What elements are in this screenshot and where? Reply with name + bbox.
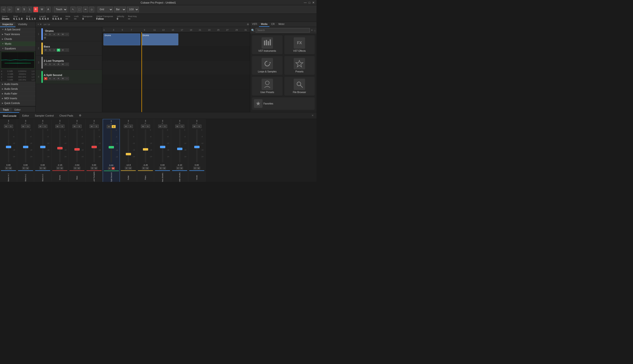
ch-w-btn-guitar[interactable]: W (128, 167, 132, 170)
redo-btn[interactable]: ▷ (7, 7, 12, 12)
ch-m-btn-vocals[interactable]: M (192, 125, 197, 128)
ch-w-btn-lost-trumpets[interactable]: W (94, 167, 98, 170)
search-clear-btn[interactable]: ✕ (311, 29, 313, 32)
tab-sampler[interactable]: Sampler Control (32, 112, 56, 119)
touch-mode-select[interactable]: Touch Latch Write Read (54, 7, 67, 12)
ch-r-btn-mono-in-1[interactable]: R (22, 167, 26, 170)
ch-s-btn-vocals[interactable]: S (197, 125, 201, 128)
track-edit-btn-4[interactable]: e (52, 77, 56, 80)
section-quick-controls-header[interactable]: ▶ Quick Controls (0, 101, 36, 106)
track-edit-btn-2[interactable]: e (52, 48, 56, 52)
section-audio-fader-header[interactable]: ▶ Audio Fader (0, 92, 36, 96)
ch-s-btn-stereo-in-1[interactable]: S (9, 125, 13, 128)
fader-knob-mono-in-2[interactable] (40, 146, 45, 148)
editor-tab-left[interactable]: Editor (12, 108, 24, 112)
ch-r-btn-stereo-in-1[interactable]: R (5, 167, 8, 170)
media-item-file-browser[interactable]: File Browser (284, 77, 315, 96)
clip-drums-1[interactable]: Drums (103, 34, 140, 45)
fader-knob-bass-audio[interactable] (160, 146, 165, 148)
tab-settings-btn[interactable]: ⚙ (76, 112, 84, 119)
tab-vsti[interactable]: VSTi (250, 22, 259, 27)
ch-r-btn-piano[interactable]: R (142, 167, 145, 170)
inspector-tab[interactable]: Inspector (0, 22, 16, 27)
track-edit-btn-3[interactable]: e (52, 63, 56, 66)
ch-r-btn-drums[interactable]: R (56, 167, 60, 170)
w-btn[interactable]: W (39, 7, 45, 12)
track-read-btn-2[interactable]: R (57, 48, 60, 52)
media-search-input[interactable] (256, 28, 310, 32)
mode-l-btn[interactable]: L (28, 7, 32, 12)
maximize-btn[interactable]: □ (309, 1, 310, 4)
tab-mixconsole[interactable]: MixConsole (0, 112, 19, 119)
section-equalizers-header[interactable]: ▼ Equalizers (0, 46, 36, 51)
section-audio-inserts-header[interactable]: ▶ Audio Inserts (0, 82, 36, 86)
bar-select[interactable]: Bar Beat (114, 7, 126, 12)
fader-knob-vocals[interactable] (194, 146, 199, 148)
ch-w-btn-piano[interactable]: W (145, 167, 149, 170)
tab-editor[interactable]: Editor (19, 112, 32, 119)
ch-r-btn-vocals[interactable]: R (193, 167, 197, 170)
ch-s-btn-mono-in-1[interactable]: S (26, 125, 30, 128)
ch-s-btn-drums[interactable]: S (60, 125, 64, 128)
ch-s-btn-guitar-audio[interactable]: S (180, 125, 184, 128)
track-read-btn-4[interactable]: R (57, 77, 60, 80)
track-solo-btn-1[interactable]: S (48, 33, 52, 36)
media-item-loops[interactable]: Loops & Samples (252, 56, 283, 75)
tool-pointer[interactable]: ↖ (70, 7, 76, 12)
clip-drums-2[interactable]: Drums (141, 34, 178, 45)
tab-media[interactable]: Media (259, 22, 269, 27)
media-item-vst-effects[interactable]: FX VST Effects (284, 36, 315, 54)
track-write-btn-3[interactable]: W (61, 63, 65, 66)
fader-knob-piano[interactable] (143, 148, 148, 150)
fader-knob-lost-trumpets[interactable] (92, 146, 97, 148)
close-btn[interactable]: ✕ (312, 1, 315, 4)
track-record-btn-4[interactable]: ● (44, 77, 48, 80)
tab-cr[interactable]: CR (269, 22, 277, 27)
tab-close-btn[interactable]: ✕ (309, 112, 316, 119)
ch-m-btn-bass[interactable]: M (73, 125, 77, 128)
ch-s-btn-bass[interactable]: S (77, 125, 82, 128)
ch-w-btn-a-split-second[interactable]: W (112, 167, 115, 170)
section-mystic-header[interactable]: ▼ Mystic (0, 42, 36, 46)
section-midi-inserts-header[interactable]: ▶ MIDI Inserts (0, 96, 36, 101)
track-more-btn-1[interactable]: ⋯ (65, 33, 69, 36)
ch-r-btn-bass-audio[interactable]: R (159, 167, 162, 170)
ch-s-btn-guitar[interactable]: S (129, 125, 133, 128)
section-split-second-header[interactable]: ▼ A Split Second (0, 27, 36, 32)
ch-m-btn-guitar-audio[interactable]: M (175, 125, 179, 128)
track-tab[interactable]: Track (0, 108, 12, 112)
quantize-select[interactable]: 1/16 1/8 1/4 (127, 7, 139, 12)
tool-range[interactable]: ⬚ (77, 7, 82, 12)
ch-s-btn-bass-audio[interactable]: S (163, 125, 167, 128)
ch-m-btn-stereo-in-1[interactable]: M (4, 125, 8, 128)
track-more-btn-4[interactable]: ⋯ (65, 77, 69, 80)
track-edit-btn-1[interactable]: e (52, 33, 56, 36)
track-mute-btn-2[interactable]: M (44, 48, 48, 52)
ch-w-btn-bass-audio[interactable]: W (163, 167, 166, 170)
media-item-vst-instruments[interactable]: VST Instruments (252, 36, 283, 54)
track-mute-btn-1[interactable]: M (44, 33, 48, 36)
ch-r-btn-a-split-second[interactable]: R (108, 167, 111, 170)
a-btn[interactable]: A (46, 7, 51, 12)
minimize-btn[interactable]: — (304, 1, 307, 4)
ch-r-btn-bass[interactable]: R (74, 167, 77, 170)
track-write-btn-1[interactable]: W (61, 33, 65, 36)
section-track-versions-header[interactable]: ▶ Track Versions (0, 32, 36, 36)
track-more-btn-3[interactable]: ⋯ (65, 63, 69, 66)
tool-eraser[interactable]: ◇ (89, 7, 94, 12)
track-solo-btn-2[interactable]: S (48, 48, 52, 52)
ch-m-btn-piano[interactable]: M (141, 125, 145, 128)
tab-meter[interactable]: Meter (277, 22, 287, 27)
home-btn[interactable]: ⌂ (314, 29, 316, 32)
mode-m-btn[interactable]: M (16, 7, 21, 12)
ch-s-btn-mono-in-2[interactable]: S (43, 125, 47, 128)
ch-s-btn-piano[interactable]: S (146, 125, 150, 128)
ch-s-btn-lost-trumpets[interactable]: S (94, 125, 99, 128)
fader-knob-guitar[interactable] (126, 153, 131, 155)
visibility-tab[interactable]: Visibility (16, 22, 30, 27)
section-audio-sends-header[interactable]: ▶ Audio Sends (0, 87, 36, 91)
track-solo-btn-3[interactable]: S (48, 63, 52, 66)
ch-m-btn-lost-trumpets[interactable]: M (90, 125, 94, 128)
ch-w-btn-mono-in-2[interactable]: W (43, 167, 46, 170)
track-settings-btn[interactable]: ⚙ (247, 23, 249, 26)
